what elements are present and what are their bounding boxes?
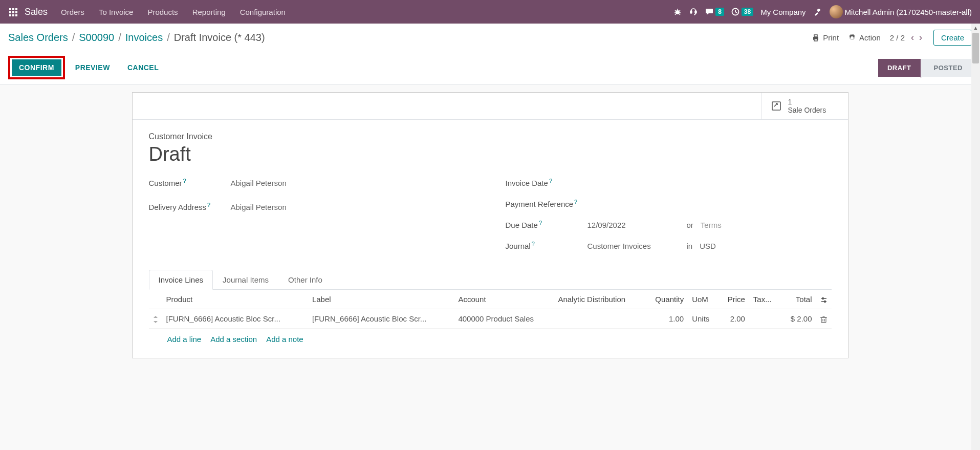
svg-rect-0 [9,8,11,10]
menu-reporting[interactable]: Reporting [185,8,233,16]
cell-quantity[interactable]: 1.00 [644,309,688,329]
svg-line-12 [679,10,680,11]
activities-icon[interactable]: 38 [731,8,753,16]
breadcrumb-invoices[interactable]: Invoices [125,32,163,44]
scrollbar[interactable]: ▲ [971,24,980,379]
due-date-field[interactable]: 12/09/2022 [587,221,680,229]
svg-rect-8 [15,14,17,16]
tab-invoice-lines[interactable]: Invoice Lines [149,270,213,290]
pager-next[interactable]: › [917,32,924,43]
menu-configuration[interactable]: Configuration [233,8,293,16]
tab-other-info[interactable]: Other Info [278,270,332,290]
add-section-link[interactable]: Add a section [210,335,257,344]
table-row[interactable]: [FURN_6666] Acoustic Bloc Scr... [FURN_6… [149,309,832,329]
svg-rect-17 [690,11,692,13]
user-menu[interactable]: Mitchell Admin (21702450-master-all) [830,5,972,18]
print-button[interactable]: Print [812,33,839,42]
action-button[interactable]: Action [848,33,881,42]
col-taxes[interactable]: Tax... [749,290,781,309]
col-quantity[interactable]: Quantity [644,290,688,309]
svg-point-25 [822,298,823,299]
cell-taxes[interactable] [749,309,781,329]
pager-value[interactable]: 2 / 2 [890,33,905,42]
breadcrumb: Sales Orders / S00090 / Invoices / Draft… [8,32,265,44]
messages-icon[interactable]: 8 [705,8,724,16]
col-total[interactable]: Total [781,290,816,309]
title-value: Draft [149,143,832,165]
svg-line-15 [675,14,676,15]
customer-field[interactable]: Abigail Peterson [231,179,475,187]
svg-rect-5 [15,11,17,13]
currency-field[interactable]: USD [700,242,716,250]
svg-rect-1 [12,8,14,10]
svg-rect-3 [9,11,11,13]
col-label[interactable]: Label [308,290,454,309]
tabs: Invoice Lines Journal Items Other Info [149,270,832,290]
svg-marker-28 [154,316,158,318]
menu-to-invoice[interactable]: To Invoice [92,8,141,16]
delivery-field[interactable]: Abigail Peterson [231,203,475,211]
company-switcher[interactable]: My Company [760,8,805,16]
drag-handle-icon[interactable] [149,309,162,329]
svg-rect-30 [821,317,826,323]
add-note-link[interactable]: Add a note [266,335,303,344]
svg-line-16 [679,14,680,15]
create-button[interactable]: Create [933,30,972,46]
due-date-or: or [687,221,693,229]
status-draft[interactable]: DRAFT [878,59,921,77]
pager-prev[interactable]: ‹ [909,32,916,43]
add-line-link[interactable]: Add a line [167,335,202,344]
svg-rect-6 [9,14,11,16]
svg-line-11 [675,10,676,11]
journal-field[interactable]: Customer Invoices [587,242,680,250]
breadcrumb-sales-orders[interactable]: Sales Orders [8,32,68,44]
cell-analytic[interactable] [554,309,644,329]
cell-label[interactable]: [FURN_6666] Acoustic Bloc Scr... [308,309,454,329]
menu-orders[interactable]: Orders [54,8,92,16]
col-product[interactable]: Product [162,290,308,309]
col-price[interactable]: Price [718,290,749,309]
breadcrumb-order[interactable]: S00090 [79,32,114,44]
control-panel: Sales Orders / S00090 / Invoices / Draft… [0,24,980,85]
customer-label: Customer? [149,178,231,187]
cancel-button[interactable]: CANCEL [120,59,166,76]
col-options-icon[interactable] [816,290,832,309]
status-posted[interactable]: POSTED [921,59,972,77]
stat-sale-orders[interactable]: 1 Sale Orders [761,93,848,119]
cell-total[interactable]: $ 2.00 [781,309,816,329]
avatar [830,5,843,18]
menu-products[interactable]: Products [140,8,185,16]
apps-icon[interactable] [4,7,23,16]
stat-label: Sale Orders [788,106,826,114]
cell-product[interactable]: [FURN_6666] Acoustic Bloc Scr... [162,309,308,329]
svg-rect-18 [695,11,696,13]
support-icon[interactable] [689,7,698,16]
top-menu: Orders To Invoice Products Reporting Con… [54,8,293,16]
debug-icon[interactable] [673,8,682,16]
scrollbar-up-icon[interactable]: ▲ [971,24,980,32]
tools-icon[interactable] [813,7,822,16]
confirm-button[interactable]: CONFIRM [12,59,61,76]
preview-button[interactable]: PREVIEW [68,59,117,76]
cell-uom[interactable]: Units [688,309,718,329]
app-brand[interactable]: Sales [23,7,54,17]
svg-rect-7 [12,14,14,16]
cell-price[interactable]: 2.00 [718,309,749,329]
tab-journal-items[interactable]: Journal Items [213,270,278,290]
terms-field[interactable]: Terms [701,221,722,229]
delivery-label: Delivery Address? [149,202,231,211]
col-uom[interactable]: UoM [688,290,718,309]
cell-account[interactable]: 400000 Product Sales [454,309,554,329]
confirm-highlight: CONFIRM [8,56,65,79]
col-account[interactable]: Account [454,290,554,309]
col-analytic[interactable]: Analytic Distribution [554,290,644,309]
stat-count: 1 [788,98,826,106]
svg-point-27 [824,301,825,303]
scrollbar-thumb[interactable] [972,33,979,63]
svg-rect-21 [814,35,817,37]
invoice-date-label: Invoice Date? [506,178,587,187]
delete-row-icon[interactable] [816,309,832,329]
svg-rect-4 [12,11,14,13]
journal-label: Journal? [506,241,587,250]
form-sheet: 1 Sale Orders Customer Invoice Draft Cus… [132,92,848,358]
